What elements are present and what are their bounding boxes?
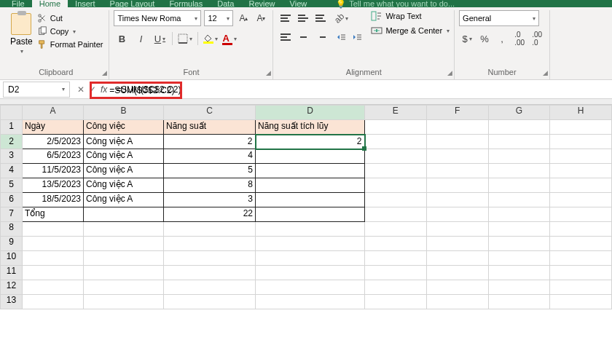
font-name-select[interactable]: Times New Roma▾ bbox=[114, 10, 201, 26]
cell[interactable] bbox=[365, 149, 427, 164]
cell[interactable] bbox=[23, 266, 84, 280]
cell[interactable] bbox=[84, 207, 164, 222]
cell[interactable] bbox=[550, 222, 612, 237]
align-bottom-button[interactable] bbox=[313, 10, 329, 26]
cell[interactable] bbox=[23, 280, 84, 295]
row-header[interactable]: 10 bbox=[1, 251, 23, 266]
cell[interactable]: 22 bbox=[164, 207, 256, 222]
cell[interactable] bbox=[84, 295, 164, 309]
tab-view[interactable]: View bbox=[283, 0, 315, 7]
cell[interactable] bbox=[256, 164, 365, 178]
cell[interactable] bbox=[488, 295, 550, 309]
alignment-launcher-icon[interactable]: ◢ bbox=[447, 69, 452, 76]
align-left-button[interactable] bbox=[278, 29, 294, 45]
borders-button[interactable]: ▾ bbox=[177, 31, 193, 47]
cell[interactable] bbox=[365, 207, 427, 222]
row-header[interactable]: 2 bbox=[1, 135, 23, 149]
col-header-e[interactable]: E bbox=[365, 106, 427, 120]
tab-home[interactable]: Home bbox=[32, 0, 68, 7]
paste-button[interactable]: Paste ▾ bbox=[7, 10, 36, 58]
cell[interactable] bbox=[550, 251, 612, 266]
comma-button[interactable]: , bbox=[494, 31, 510, 47]
cell[interactable] bbox=[426, 280, 488, 295]
row-header[interactable]: 7 bbox=[1, 207, 23, 222]
cell[interactable] bbox=[488, 280, 550, 295]
cell[interactable]: 2 bbox=[164, 135, 256, 149]
cell[interactable] bbox=[426, 120, 488, 135]
cell[interactable] bbox=[256, 295, 365, 309]
increase-indent-button[interactable] bbox=[349, 29, 365, 45]
cell[interactable] bbox=[164, 237, 256, 251]
cell[interactable] bbox=[488, 135, 550, 149]
cell[interactable] bbox=[488, 237, 550, 251]
cell[interactable] bbox=[426, 193, 488, 207]
cell[interactable] bbox=[488, 251, 550, 266]
cell[interactable] bbox=[488, 149, 550, 164]
cell[interactable] bbox=[84, 251, 164, 266]
cell[interactable] bbox=[365, 222, 427, 237]
percent-button[interactable]: % bbox=[476, 31, 493, 47]
cell[interactable] bbox=[426, 207, 488, 222]
cell[interactable] bbox=[84, 266, 164, 280]
align-right-button[interactable] bbox=[313, 29, 329, 45]
row-header[interactable]: 9 bbox=[1, 237, 23, 251]
cell[interactable] bbox=[84, 222, 164, 237]
cut-button[interactable]: Cut bbox=[37, 13, 103, 23]
tab-formulas[interactable]: Formulas bbox=[162, 0, 210, 7]
shrink-font-button[interactable]: A▾ bbox=[254, 10, 268, 26]
fill-color-button[interactable]: ▾ bbox=[203, 31, 219, 47]
cell[interactable]: 2/5/2023 bbox=[23, 135, 84, 149]
cell[interactable]: Công việc A bbox=[84, 149, 164, 164]
cell[interactable] bbox=[550, 266, 612, 280]
select-all-corner[interactable] bbox=[1, 106, 23, 120]
wrap-text-button[interactable]: Wrap Text bbox=[371, 10, 450, 22]
underline-button[interactable]: U▾ bbox=[152, 31, 168, 47]
cell[interactable] bbox=[550, 178, 612, 193]
name-box[interactable]: D2▾ bbox=[3, 82, 70, 98]
cell[interactable] bbox=[426, 295, 488, 309]
cell[interactable] bbox=[164, 222, 256, 237]
align-middle-button[interactable] bbox=[295, 10, 311, 26]
cell[interactable] bbox=[256, 251, 365, 266]
cell[interactable] bbox=[550, 164, 612, 178]
cell[interactable]: Công việc bbox=[84, 120, 164, 135]
cell[interactable] bbox=[488, 207, 550, 222]
cell[interactable]: 11/5/2023 bbox=[23, 164, 84, 178]
cell[interactable]: 18/5/2023 bbox=[23, 193, 84, 207]
cell[interactable] bbox=[23, 222, 84, 237]
number-format-select[interactable]: General▾ bbox=[459, 10, 539, 26]
cell[interactable] bbox=[256, 222, 365, 237]
cell[interactable] bbox=[84, 280, 164, 295]
cell[interactable] bbox=[164, 280, 256, 295]
currency-button[interactable]: $▾ bbox=[459, 31, 475, 47]
number-launcher-icon[interactable]: ◢ bbox=[543, 69, 548, 76]
cell[interactable] bbox=[23, 251, 84, 266]
tab-insert[interactable]: Insert bbox=[68, 0, 103, 7]
cell[interactable]: Công việc A bbox=[84, 193, 164, 207]
row-header[interactable]: 6 bbox=[1, 193, 23, 207]
font-size-select[interactable]: 12▾ bbox=[204, 10, 233, 26]
col-header-f[interactable]: F bbox=[426, 106, 488, 120]
cell[interactable] bbox=[256, 193, 365, 207]
cell[interactable] bbox=[550, 295, 612, 309]
cell[interactable]: Công việc A bbox=[84, 164, 164, 178]
col-header-c[interactable]: C bbox=[164, 106, 256, 120]
cell[interactable]: Năng suất tích lũy bbox=[256, 120, 365, 135]
bold-button[interactable]: B bbox=[114, 31, 130, 47]
cell[interactable] bbox=[365, 164, 427, 178]
cell[interactable] bbox=[426, 237, 488, 251]
row-header[interactable]: 8 bbox=[1, 222, 23, 237]
cell[interactable] bbox=[365, 295, 427, 309]
cell[interactable] bbox=[488, 222, 550, 237]
align-top-button[interactable] bbox=[278, 10, 294, 26]
cell[interactable]: 6/5/2023 bbox=[23, 149, 84, 164]
cell[interactable] bbox=[365, 135, 427, 149]
tab-file[interactable]: File bbox=[4, 0, 32, 7]
cell[interactable]: Tổng bbox=[23, 207, 84, 222]
col-header-a[interactable]: A bbox=[23, 106, 84, 120]
cell[interactable] bbox=[426, 164, 488, 178]
cell[interactable] bbox=[488, 266, 550, 280]
cell[interactable]: Ngày bbox=[23, 120, 84, 135]
decrease-indent-button[interactable] bbox=[333, 29, 349, 45]
cell[interactable] bbox=[365, 193, 427, 207]
